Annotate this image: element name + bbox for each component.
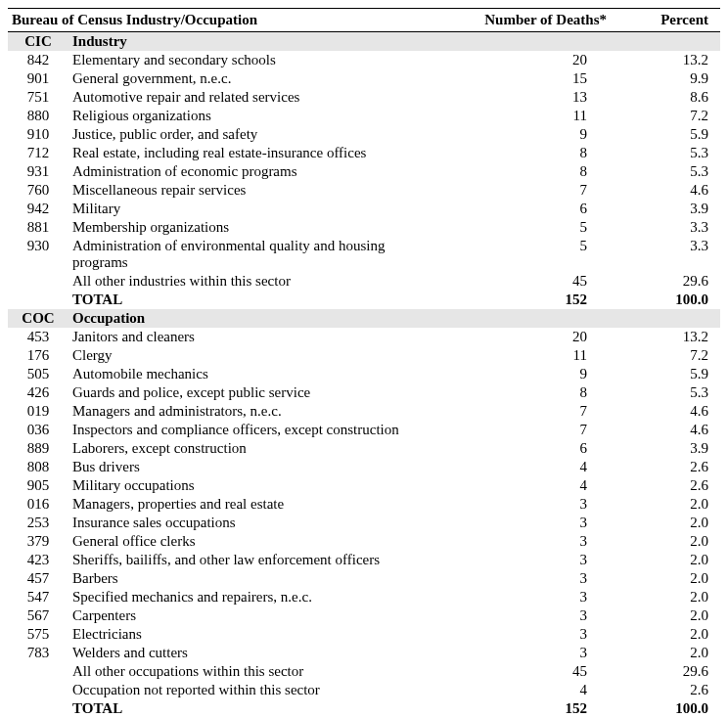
row-code: 505 (8, 365, 68, 383)
row-code: 881 (8, 218, 68, 237)
row-label: Welders and cutters (68, 644, 436, 662)
row-percent: 29.6 (626, 272, 720, 291)
row-percent: 8.6 (626, 88, 720, 107)
row-percent: 2.0 (626, 569, 720, 588)
row-deaths: 7 (436, 421, 626, 439)
table-row: 453Janitors and cleaners2013.2 (8, 328, 720, 346)
row-percent: 5.3 (626, 144, 720, 162)
row-percent: 2.0 (626, 644, 720, 662)
row-code: 426 (8, 383, 68, 402)
header-row: Bureau of Census Industry/Occupation Num… (8, 9, 720, 32)
table-row: All other industries within this sector4… (8, 272, 720, 291)
row-percent: 4.6 (626, 402, 720, 421)
table-row: 905Military occupations42.6 (8, 476, 720, 495)
row-label: Managers, properties and real estate (68, 495, 436, 514)
row-code: 016 (8, 495, 68, 514)
row-code: 889 (8, 439, 68, 458)
row-deaths: 13 (436, 88, 626, 107)
row-deaths: 45 (436, 662, 626, 681)
row-code: 253 (8, 514, 68, 532)
row-code: 905 (8, 476, 68, 495)
row-percent: 5.3 (626, 162, 720, 181)
section-label-header: Industry (68, 32, 436, 52)
row-percent: 3.9 (626, 200, 720, 218)
table-row: 176Clergy117.2 (8, 346, 720, 365)
row-label: All other occupations within this sector (68, 662, 436, 681)
table-row: 567Carpenters32.0 (8, 606, 720, 625)
row-percent: 3.9 (626, 439, 720, 458)
row-label: Bus drivers (68, 458, 436, 476)
table-row: 019Managers and administrators, n.e.c.74… (8, 402, 720, 421)
row-code: 379 (8, 532, 68, 551)
table-row: 931Administration of economic programs85… (8, 162, 720, 181)
row-label: Sheriffs, bailiffs, and other law enforc… (68, 551, 436, 569)
section-label-header: Occupation (68, 309, 436, 328)
row-label: Administration of economic programs (68, 162, 436, 181)
row-deaths: 4 (436, 681, 626, 699)
row-code: 901 (8, 69, 68, 88)
total-label: TOTAL (68, 291, 436, 309)
row-deaths: 6 (436, 200, 626, 218)
row-deaths: 7 (436, 402, 626, 421)
table-row: 016Managers, properties and real estate3… (8, 495, 720, 514)
row-code: 783 (8, 644, 68, 662)
table-row: Occupation not reported within this sect… (8, 681, 720, 699)
row-label: Insurance sales occupations (68, 514, 436, 532)
table-row: 901General government, n.e.c.159.9 (8, 69, 720, 88)
row-code: 930 (8, 237, 68, 272)
row-percent: 2.6 (626, 476, 720, 495)
table-row: All other occupations within this sector… (8, 662, 720, 681)
table-row: 423Sheriffs, bailiffs, and other law enf… (8, 551, 720, 569)
table-row: 036Inspectors and compliance officers, e… (8, 421, 720, 439)
row-code: 842 (8, 51, 68, 69)
section-code-header: CIC (8, 32, 68, 52)
table-row: 712Real estate, including real estate-in… (8, 144, 720, 162)
row-deaths: 3 (436, 588, 626, 606)
row-percent: 2.0 (626, 495, 720, 514)
row-percent: 2.0 (626, 514, 720, 532)
row-percent: 9.9 (626, 69, 720, 88)
row-code: 547 (8, 588, 68, 606)
row-deaths: 7 (436, 181, 626, 200)
row-percent: 2.6 (626, 681, 720, 699)
row-label: Laborers, except construction (68, 439, 436, 458)
row-percent: 7.2 (626, 107, 720, 125)
table-row: 457Barbers32.0 (8, 569, 720, 588)
row-deaths: 45 (436, 272, 626, 291)
row-percent: 2.0 (626, 588, 720, 606)
row-deaths: 3 (436, 532, 626, 551)
row-label: Elementary and secondary schools (68, 51, 436, 69)
row-code: 019 (8, 402, 68, 421)
row-deaths: 3 (436, 644, 626, 662)
row-label: General government, n.e.c. (68, 69, 436, 88)
row-deaths: 9 (436, 365, 626, 383)
row-code: 457 (8, 569, 68, 588)
row-deaths: 3 (436, 625, 626, 644)
row-percent: 4.6 (626, 421, 720, 439)
section-header-row: COCOccupation (8, 309, 720, 328)
row-percent: 2.0 (626, 532, 720, 551)
table-row: 253Insurance sales occupations32.0 (8, 514, 720, 532)
section-code-header: COC (8, 309, 68, 328)
table-row: 910Justice, public order, and safety95.9 (8, 125, 720, 144)
row-deaths: 4 (436, 458, 626, 476)
row-deaths: 8 (436, 383, 626, 402)
row-label: Automotive repair and related services (68, 88, 436, 107)
row-code: 760 (8, 181, 68, 200)
row-code: 453 (8, 328, 68, 346)
total-deaths: 152 (436, 699, 626, 718)
row-label: Miscellaneous repair services (68, 181, 436, 200)
row-deaths: 5 (436, 218, 626, 237)
row-deaths: 9 (436, 125, 626, 144)
row-code: 910 (8, 125, 68, 144)
row-deaths: 15 (436, 69, 626, 88)
row-deaths: 6 (436, 439, 626, 458)
row-percent: 3.3 (626, 218, 720, 237)
row-label: Carpenters (68, 606, 436, 625)
table-row: 889Laborers, except construction63.9 (8, 439, 720, 458)
row-label: Managers and administrators, n.e.c. (68, 402, 436, 421)
row-deaths: 11 (436, 346, 626, 365)
row-label: Barbers (68, 569, 436, 588)
row-label: Real estate, including real estate-insur… (68, 144, 436, 162)
row-code: 176 (8, 346, 68, 365)
